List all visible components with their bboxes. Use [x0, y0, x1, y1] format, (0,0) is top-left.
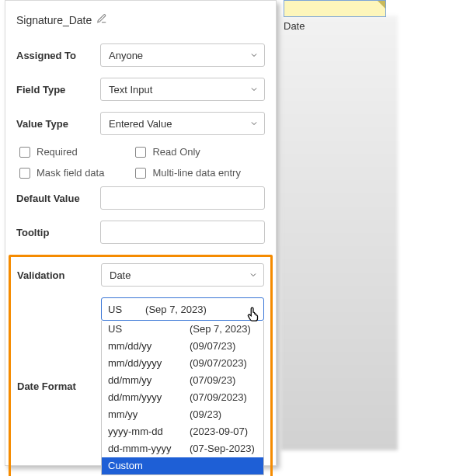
date-format-option[interactable]: dd/mm/yy(07/09/23) — [102, 372, 263, 389]
date-format-option-example: (07/09/23) — [190, 374, 235, 387]
date-format-option-fmt: mm/dd/yyyy — [108, 356, 190, 370]
date-format-option-example: (Sep 7, 2023) — [190, 322, 251, 336]
field-name-row: Signature_Date — [16, 13, 265, 26]
field-type-label: Field Type — [16, 84, 100, 96]
edit-name-icon[interactable] — [96, 13, 107, 26]
date-format-option-fmt: yyyy-mm-dd — [108, 425, 190, 439]
date-format-selected-ex: (Sep 7, 2023) — [145, 304, 207, 315]
date-format-option-example: (07/09/2023) — [190, 391, 247, 405]
date-format-option-fmt: dd/mm/yy — [108, 374, 190, 387]
mask-field-checkbox[interactable]: Mask field data — [19, 167, 104, 179]
tooltip-label: Tooltip — [16, 227, 100, 238]
assigned-to-label: Assigned To — [16, 50, 100, 61]
field-properties-panel: Signature_Date Assigned To Anyone Field … — [5, 0, 277, 466]
date-format-option[interactable]: Custom — [102, 457, 263, 474]
field-name-text: Signature_Date — [16, 14, 92, 26]
value-type-label: Value Type — [16, 118, 100, 130]
date-format-option-fmt: dd/mm/yyyy — [108, 391, 190, 405]
date-format-option[interactable]: US(Sep 7, 2023) — [102, 321, 263, 338]
validation-label: Validation — [17, 269, 101, 281]
assigned-to-select[interactable]: Anyone — [100, 43, 265, 67]
default-value-row: Default Value — [16, 186, 265, 210]
validation-value: Date — [110, 269, 131, 281]
validation-select[interactable]: Date — [101, 263, 264, 287]
field-type-select[interactable]: Text Input — [100, 78, 265, 101]
default-value-input[interactable] — [100, 186, 265, 210]
mask-field-label: Mask field data — [37, 167, 104, 179]
date-format-label: Date Format — [17, 380, 101, 392]
readonly-label: Read Only — [152, 146, 200, 158]
value-type-select[interactable]: Entered Value — [100, 112, 265, 135]
multiline-label: Multi-line data entry — [152, 167, 240, 179]
checkbox-group: Required Mask field data Read Only Multi… — [19, 146, 265, 179]
date-format-option-fmt: US — [108, 322, 190, 336]
date-format-option-example: (09/07/2023) — [190, 356, 247, 370]
tooltip-input[interactable] — [100, 221, 265, 244]
field-type-row: Field Type Text Input — [16, 78, 265, 101]
preview-label: Date — [284, 20, 388, 32]
validation-highlight-box: Validation Date Date Format US (Sep 7, 2… — [9, 255, 273, 476]
preview-swatch[interactable] — [284, 0, 386, 17]
field-preview: Date — [284, 0, 388, 32]
required-checkbox[interactable]: Required — [19, 146, 104, 158]
assigned-to-value: Anyone — [109, 50, 143, 61]
required-label: Required — [37, 146, 78, 158]
date-format-option-example: (2023-09-07) — [190, 425, 248, 439]
date-format-option[interactable]: dd-mmm-yyyy(07-Sep-2023) — [102, 440, 263, 457]
assigned-to-row: Assigned To Anyone — [16, 43, 265, 67]
date-format-option-example: (07-Sep-2023) — [190, 442, 255, 456]
date-format-option-fmt: dd-mmm-yyyy — [108, 442, 190, 456]
date-format-selected-fmt: US — [108, 304, 122, 315]
date-format-option[interactable]: mm/dd/yy(09/07/23) — [102, 338, 263, 355]
date-format-option[interactable]: mm/yy(09/23) — [102, 406, 263, 423]
validation-row: Validation Date — [17, 263, 264, 287]
multiline-checkbox[interactable]: Multi-line data entry — [135, 167, 240, 179]
tooltip-row: Tooltip — [16, 221, 265, 244]
date-format-option-example: (09/07/23) — [190, 339, 235, 353]
date-format-option[interactable]: dd/mm/yyyy(07/09/2023) — [102, 389, 263, 406]
readonly-checkbox[interactable]: Read Only — [135, 146, 240, 158]
date-format-row: Date Format US (Sep 7, 2023) US(Sep 7, 2… — [17, 297, 264, 475]
date-format-option-fmt: mm/yy — [108, 408, 190, 422]
date-format-select[interactable]: US (Sep 7, 2023) — [101, 297, 264, 321]
date-format-option[interactable]: mm/dd/yyyy(09/07/2023) — [102, 355, 263, 372]
field-type-value: Text Input — [109, 84, 152, 96]
date-format-option-fmt: Custom — [108, 459, 190, 473]
date-format-option-example: (09/23) — [190, 408, 221, 422]
date-format-dropdown[interactable]: US(Sep 7, 2023)mm/dd/yy(09/07/23)mm/dd/y… — [101, 321, 264, 475]
default-value-label: Default Value — [16, 193, 100, 204]
value-type-row: Value Type Entered Value — [16, 112, 265, 135]
date-format-option-fmt: mm/dd/yy — [108, 339, 190, 353]
value-type-value: Entered Value — [109, 118, 172, 130]
date-format-option[interactable]: yyyy-mm-dd(2023-09-07) — [102, 423, 263, 440]
